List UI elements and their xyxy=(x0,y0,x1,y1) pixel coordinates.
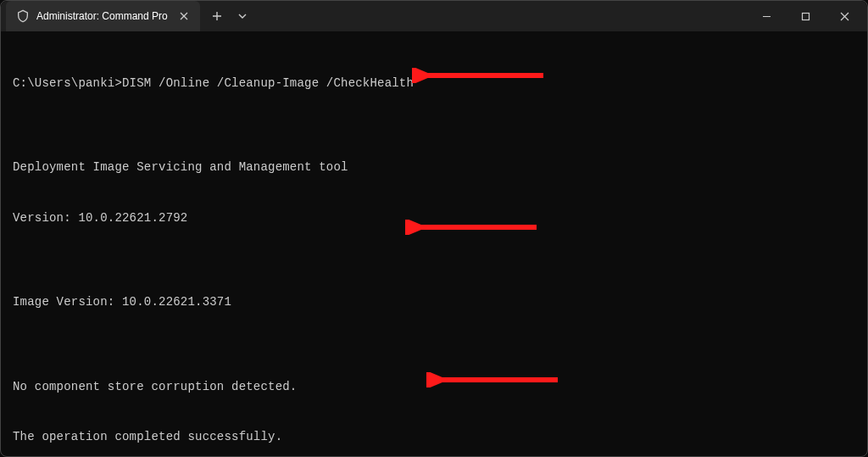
window-controls xyxy=(747,1,864,31)
terminal-body[interactable]: C:\Users\panki>DISM /Online /Cleanup-Ima… xyxy=(1,31,867,457)
new-tab-button[interactable] xyxy=(203,3,231,30)
tab-title: Administrator: Command Pro xyxy=(36,10,168,22)
output-line: The operation completed successfully. xyxy=(13,429,855,446)
minimize-icon xyxy=(762,12,771,21)
tab-close-button[interactable] xyxy=(176,8,192,24)
shield-icon xyxy=(16,9,30,23)
minimize-button[interactable] xyxy=(747,1,786,31)
svg-rect-5 xyxy=(802,13,809,20)
prompt-line: C:\Users\panki>DISM /Online /Cleanup-Ima… xyxy=(13,75,855,92)
tab-dropdown-button[interactable] xyxy=(231,3,254,30)
close-icon xyxy=(180,12,188,20)
annotation-arrow xyxy=(405,186,541,269)
close-icon xyxy=(840,12,849,21)
close-window-button[interactable] xyxy=(825,1,864,31)
tab-active[interactable]: Administrator: Command Pro xyxy=(6,1,200,31)
titlebar: Administrator: Command Pro xyxy=(1,1,867,31)
output-line: Deployment Image Servicing and Managemen… xyxy=(13,159,855,176)
maximize-icon xyxy=(801,12,810,21)
chevron-down-icon xyxy=(237,11,248,21)
output-line: Version: 10.0.22621.2792 xyxy=(13,210,855,227)
output-line: No component store corruption detected. xyxy=(13,379,855,396)
output-line: Image Version: 10.0.22621.3371 xyxy=(13,294,855,311)
plus-icon xyxy=(212,11,222,21)
titlebar-left: Administrator: Command Pro xyxy=(1,1,254,31)
maximize-button[interactable] xyxy=(786,1,825,31)
